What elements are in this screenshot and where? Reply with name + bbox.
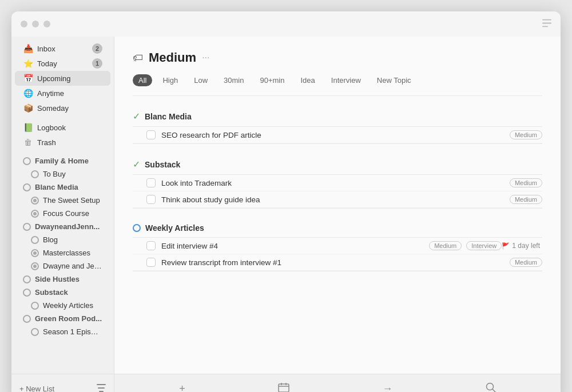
sidebar-area-family-home[interactable]: Family & Home xyxy=(15,154,110,167)
content-area: 📥 Inbox 2 ⭐ Today 1 📅 Upcoming 🌐 Anytime… xyxy=(11,37,561,374)
close-button[interactable] xyxy=(21,21,27,27)
search-button[interactable] xyxy=(481,378,500,392)
sidebar-project-to-buy[interactable]: To Buy xyxy=(15,167,110,181)
inbox-icon: 📥 xyxy=(23,43,33,54)
sidebar-project-season-1[interactable]: Season 1 Episodes xyxy=(15,325,110,338)
task-tag-medium: Medium xyxy=(510,178,542,187)
project-circle-filled-icon-3 xyxy=(31,249,39,257)
logbook-icon: 📗 xyxy=(23,122,33,133)
area-circle-icon-6 xyxy=(23,315,31,323)
sidebar-project-blog[interactable]: Blog xyxy=(15,233,110,246)
project-circle-filled-icon-4 xyxy=(31,262,39,270)
main-header: 🏷 Medium ··· All High Low 30min 90+min I… xyxy=(114,37,561,95)
sidebar-area-substack[interactable]: Substack xyxy=(15,286,110,299)
main-content: ✓ Blanc Media SEO research for PDF artic… xyxy=(114,96,561,374)
area-side-hustles-label: Side Hustles xyxy=(35,275,80,283)
filter-interview[interactable]: Interview xyxy=(325,74,367,86)
sidebar-area-green-room[interactable]: Green Room Pod... xyxy=(15,312,110,325)
navigate-button[interactable]: → xyxy=(378,378,397,392)
task-label: Edit interview #4 xyxy=(161,242,424,250)
sidebar-area-blanc-media[interactable]: Blanc Media xyxy=(15,181,110,194)
task-tag-interview: Interview xyxy=(466,241,502,250)
sidebar-project-masterclasses[interactable]: Masterclasses xyxy=(15,246,110,259)
sidebar-item-inbox[interactable]: 📥 Inbox 2 xyxy=(15,41,110,56)
svg-line-11 xyxy=(492,389,495,392)
project-circle-icon xyxy=(31,170,39,178)
table-row[interactable]: Think about study guide idea Medium xyxy=(133,191,542,208)
group-title-blanc-media: Blanc Media xyxy=(145,112,192,121)
filter-30min[interactable]: 30min xyxy=(218,74,249,86)
group-active-icon xyxy=(133,224,141,232)
sidebar-project-sweet-setup[interactable]: The Sweet Setup xyxy=(15,194,110,207)
task-checkbox[interactable] xyxy=(146,130,156,139)
task-checkbox[interactable] xyxy=(146,195,156,204)
sidebar-trash-label: Trash xyxy=(37,138,102,147)
maximize-button[interactable] xyxy=(43,21,50,27)
filter-90min[interactable]: 90+min xyxy=(254,74,290,86)
area-circle-icon-2 xyxy=(23,183,31,191)
more-options-button[interactable]: ··· xyxy=(202,53,209,63)
today-badge: 1 xyxy=(92,58,102,69)
svg-rect-3 xyxy=(97,384,106,385)
project-season-1-label: Season 1 Episodes xyxy=(43,327,102,336)
calendar-button[interactable] xyxy=(273,378,294,392)
filter-low[interactable]: Low xyxy=(188,74,213,86)
titlebar-action-icon[interactable] xyxy=(542,19,551,29)
sidebar-project-weekly-articles[interactable]: Weekly Articles xyxy=(15,299,110,312)
sidebar-area-side-hustles[interactable]: Side Hustles xyxy=(15,273,110,286)
filter-high[interactable]: High xyxy=(157,74,184,86)
sidebar-project-dwayne-jenn[interactable]: Dwayne and Jenn... xyxy=(15,259,110,273)
sidebar-upcoming-label: Upcoming xyxy=(37,74,102,83)
table-row[interactable]: SEO research for PDF article Medium xyxy=(133,127,542,143)
sidebar-area-dwayne-jenn[interactable]: DwayneandJenn... xyxy=(15,220,110,233)
add-task-button[interactable]: + xyxy=(174,378,190,392)
bottom-toolbar: + New List + → xyxy=(11,374,561,392)
group-completed-icon-2: ✓ xyxy=(133,159,140,170)
table-row[interactable]: Look into Trademark Medium xyxy=(133,175,542,191)
task-tag-medium: Medium xyxy=(510,195,542,204)
task-group-substack: ✓ Substack Look into Trademark Medium Th… xyxy=(133,155,542,209)
task-checkbox[interactable] xyxy=(146,258,156,267)
main-bottom-toolbar: + → xyxy=(114,378,561,392)
sidebar-inbox-label: Inbox xyxy=(37,45,92,53)
project-to-buy-label: To Buy xyxy=(43,170,102,178)
filter-new-topic[interactable]: New Topic xyxy=(371,74,417,86)
anytime-icon: 🌐 xyxy=(23,88,33,98)
task-group-blanc-media: ✓ Blanc Media SEO research for PDF artic… xyxy=(133,107,542,144)
project-blog-label: Blog xyxy=(43,235,102,244)
trash-icon: 🗑 xyxy=(23,137,33,147)
area-circle-icon-5 xyxy=(23,289,31,297)
sidebar-item-logbook[interactable]: 📗 Logbook xyxy=(15,120,110,135)
project-circle-icon-blog xyxy=(31,236,39,244)
task-group-weekly-articles: Weekly Articles Edit interview #4 Medium… xyxy=(133,220,542,271)
area-circle-icon-3 xyxy=(23,223,31,231)
table-row[interactable]: Edit interview #4 Medium Interview 🚩 1 d… xyxy=(133,238,542,254)
task-checkbox[interactable] xyxy=(146,178,156,187)
filter-lines-icon[interactable] xyxy=(97,384,106,392)
sidebar-bottom: + New List xyxy=(11,374,114,392)
task-tag-medium: Medium xyxy=(429,241,462,250)
sidebar-item-trash[interactable]: 🗑 Trash xyxy=(15,135,110,150)
sidebar-item-someday[interactable]: 📦 Someday xyxy=(15,101,110,115)
project-dwayne-jenn-label: Dwayne and Jenn... xyxy=(43,262,102,270)
filter-idea[interactable]: Idea xyxy=(295,74,320,86)
sidebar-logbook-label: Logbook xyxy=(37,123,102,132)
svg-rect-1 xyxy=(542,23,551,24)
group-title-substack: Substack xyxy=(145,160,180,169)
project-circle-filled-icon xyxy=(31,197,39,205)
table-row[interactable]: Review transcript from interview #1 Medi… xyxy=(133,254,542,271)
sidebar-item-anytime[interactable]: 🌐 Anytime xyxy=(15,86,110,101)
task-label: SEO research for PDF article xyxy=(161,131,505,139)
group-completed-icon: ✓ xyxy=(133,111,140,122)
new-list-button[interactable]: + New List xyxy=(19,385,54,392)
sidebar-item-upcoming[interactable]: 📅 Upcoming xyxy=(15,71,110,86)
task-checkbox[interactable] xyxy=(146,241,156,250)
task-due-date: 🚩 1 day left xyxy=(502,242,542,250)
area-circle-icon xyxy=(23,157,31,165)
filter-all[interactable]: All xyxy=(133,74,152,86)
sidebar-project-focus-course[interactable]: Focus Course xyxy=(15,207,110,220)
minimize-button[interactable] xyxy=(32,21,39,27)
sidebar-item-today[interactable]: ⭐ Today 1 xyxy=(15,56,110,71)
titlebar xyxy=(11,11,561,37)
sidebar-anytime-label: Anytime xyxy=(37,89,102,98)
